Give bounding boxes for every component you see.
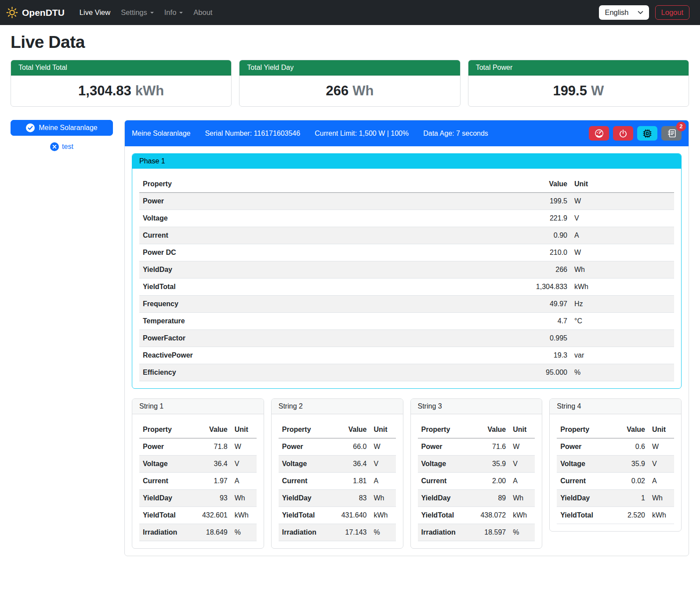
phase-title: Phase 1: [132, 154, 681, 169]
unit-cell: kWh: [571, 279, 674, 296]
inverter-button-test[interactable]: test: [11, 142, 113, 151]
unit-cell: var: [571, 347, 674, 364]
property-cell: Power: [279, 438, 330, 456]
value-cell: 431.640: [330, 507, 370, 524]
app-brand[interactable]: OpenDTU: [6, 7, 65, 18]
value-cell: 35.9: [608, 456, 649, 473]
value-header: Value: [608, 421, 649, 438]
value-cell: 438.072: [469, 507, 509, 524]
limit-settings-button[interactable]: [589, 126, 609, 141]
unit-cell: A: [571, 227, 674, 244]
unit-cell: A: [231, 473, 257, 490]
card-value: 1,304.83kWh: [11, 76, 231, 106]
string-1-table: Property Value Unit Power71.8WVoltage36.…: [139, 421, 257, 541]
nav-item-info[interactable]: Info: [159, 5, 189, 20]
unit-header: Unit: [509, 421, 535, 438]
value-header: Value: [191, 421, 231, 438]
table-row: Voltage35.9V: [418, 456, 535, 473]
property-cell: YieldTotal: [139, 507, 191, 524]
table-row: Power199.5W: [139, 193, 674, 210]
value-cell: 432.601: [191, 507, 231, 524]
string-3-card: String 3 Property Value Unit Power71.6WV…: [410, 398, 543, 549]
sun-logo-icon: [6, 7, 18, 18]
inverter-name-label: Meine Solaranlage: [39, 124, 97, 132]
value-cell: 0.6: [608, 438, 649, 456]
table-header-row: Property Value Unit: [557, 421, 674, 438]
chevron-down-icon: [150, 12, 154, 15]
nav-item-about[interactable]: About: [188, 5, 218, 20]
property-cell: Power DC: [139, 244, 514, 261]
table-row: YieldTotal432.601kWh: [139, 507, 257, 524]
nav-item-live-view[interactable]: Live View: [74, 5, 116, 20]
table-row: Current1.97A: [139, 473, 257, 490]
table-row: YieldDay83Wh: [279, 490, 396, 507]
table-row: Voltage35.9V: [557, 456, 674, 473]
value-cell: 18.597: [469, 524, 509, 541]
power-icon: [619, 129, 627, 138]
card-title: Total Yield Day: [239, 60, 460, 76]
chevron-down-icon: [638, 11, 643, 14]
property-cell: Power: [557, 438, 608, 456]
unit-cell: Wh: [571, 261, 674, 279]
value-number: 266: [326, 83, 349, 98]
power-settings-button[interactable]: [613, 126, 633, 141]
current-limit: Current Limit: 1,500 W | 100%: [315, 130, 409, 137]
unit-cell: °C: [571, 313, 674, 330]
value-cell: 0.995: [514, 330, 571, 347]
property-cell: PowerFactor: [139, 330, 514, 347]
table-row: Current2.00A: [418, 473, 535, 490]
serial-number: Serial Number: 116171603546: [205, 130, 300, 137]
table-row: Power DC210.0W: [139, 244, 674, 261]
strings-row: String 1 Property Value Unit Power71.8WV…: [132, 398, 682, 549]
logout-button[interactable]: Logout: [655, 5, 689, 20]
inverter-actions: 2: [589, 126, 682, 141]
property-cell: Frequency: [139, 296, 514, 313]
unit-cell: kWh: [231, 507, 257, 524]
table-row: Efficiency95.000%: [139, 364, 674, 381]
inverter-card-header: Meine Solaranlage Serial Number: 1161716…: [125, 120, 689, 146]
nav-item-settings[interactable]: Settings: [116, 5, 159, 20]
table-row: YieldTotal1,304.833kWh: [139, 279, 674, 296]
total-power-card: Total Power 199.5W: [468, 60, 689, 107]
phase-table: Property Value Unit Power199.5WVoltage22…: [139, 176, 674, 381]
unit-cell: V: [571, 210, 674, 227]
brand-name: OpenDTU: [22, 7, 65, 18]
value-cell: 71.8: [191, 438, 231, 456]
unit-cell: Wh: [231, 490, 257, 507]
value-cell: 35.9: [469, 456, 509, 473]
unit-cell: W: [231, 438, 257, 456]
inverter-card-body: Phase 1 Property Value Unit P: [125, 146, 689, 556]
table-header-row: Property Value Unit: [279, 421, 396, 438]
cpu-chip-icon: [642, 129, 652, 138]
chevron-down-icon: [179, 12, 183, 15]
card-title: Total Yield Total: [11, 60, 231, 76]
value-cell: 0.90: [514, 227, 571, 244]
card-title: Total Power: [468, 60, 689, 76]
value-cell: 17.143: [330, 524, 370, 541]
unit-cell: Wh: [649, 490, 674, 507]
property-cell: YieldTotal: [418, 507, 469, 524]
device-info-button[interactable]: [637, 126, 657, 141]
unit-cell: W: [571, 193, 674, 210]
table-row: ReactivePower19.3var: [139, 347, 674, 364]
table-row: Irradiation17.143%: [279, 524, 396, 541]
unit-cell: kWh: [509, 507, 535, 524]
value-number: 1,304.83: [78, 83, 131, 98]
language-select[interactable]: English: [599, 5, 649, 20]
page-title: Live Data: [11, 33, 689, 52]
event-log-button[interactable]: 2: [661, 126, 682, 141]
unit-cell: %: [509, 524, 535, 541]
value-cell: 36.4: [330, 456, 370, 473]
inverter-button-meine-solaranlage[interactable]: Meine Solaranlage: [11, 120, 113, 136]
value-unit: Wh: [352, 83, 374, 98]
unit-cell: V: [370, 456, 396, 473]
event-count-badge: 2: [676, 122, 686, 131]
string-2-card: String 2 Property Value Unit Power66.0WV…: [271, 398, 403, 549]
value-cell: 71.6: [469, 438, 509, 456]
table-row: Current0.02A: [557, 473, 674, 490]
value-cell: 49.97: [514, 296, 571, 313]
table-header-row: Property Value Unit: [418, 421, 535, 438]
property-cell: Current: [418, 473, 469, 490]
table-row: YieldDay93Wh: [139, 490, 257, 507]
unit-cell: V: [649, 456, 674, 473]
